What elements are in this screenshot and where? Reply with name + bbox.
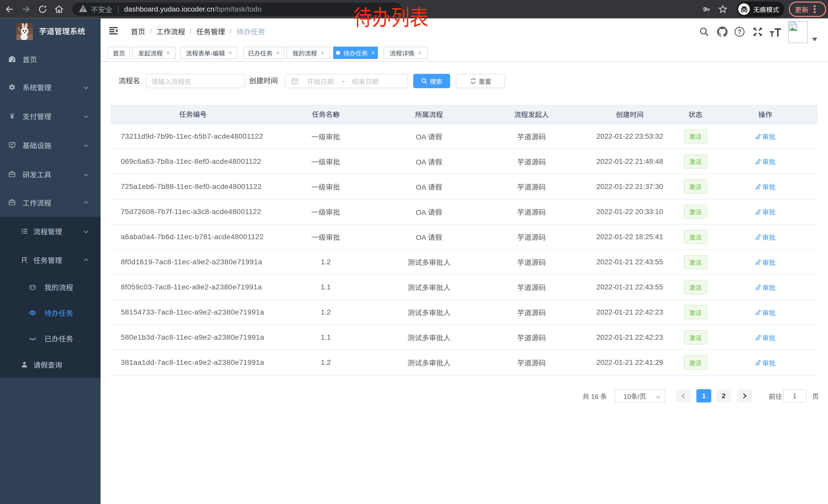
svg-text:?: ? (738, 28, 741, 35)
